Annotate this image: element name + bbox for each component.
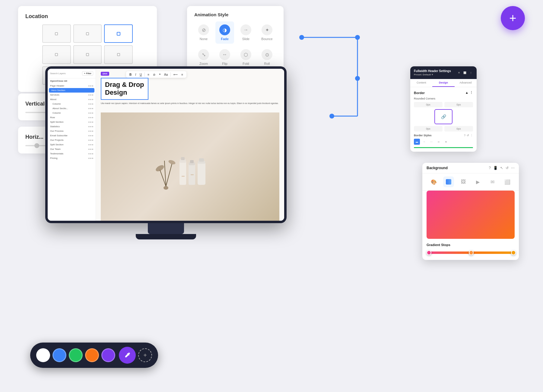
expand-icon[interactable]: ⬜ (463, 71, 467, 75)
sidebar-item-statistics[interactable]: Statistics (48, 124, 96, 129)
sidebar-item-our-team[interactable]: Our Team (48, 147, 96, 151)
sidebar-item-split-section-1[interactable]: Split Section (48, 120, 96, 124)
sidebar-item-page-header[interactable]: Page Header (48, 84, 96, 88)
border-style-dotted[interactable]: ⋯ (428, 139, 434, 145)
bg-type-image[interactable]: 🖼 (458, 176, 469, 187)
loc-cell-tc[interactable] (73, 24, 102, 43)
loc-cell-tl[interactable] (42, 24, 71, 43)
filter-button[interactable]: + Filter (82, 71, 93, 76)
corner-bottom-right[interactable]: 0px (444, 126, 473, 131)
loc-cell-mr[interactable] (104, 45, 133, 64)
tab-advanced[interactable]: Advanced (455, 79, 477, 87)
more-button[interactable]: ≡ (180, 73, 184, 77)
sidebar-item-our-projects[interactable]: Our Projects (48, 138, 96, 142)
swatch-green[interactable] (69, 348, 83, 362)
corner-top-right[interactable]: 0px (444, 102, 473, 107)
toolbar-separator-1 (144, 72, 145, 77)
gradient-stop-2[interactable] (469, 250, 474, 255)
green-progress-bar (414, 147, 473, 148)
add-button[interactable]: + (501, 6, 525, 30)
gradient-preview (427, 191, 515, 239)
bg-type-color[interactable]: 🎨 (428, 176, 439, 187)
tab-design[interactable]: Design (432, 79, 454, 87)
corner-bottom-left[interactable]: 0px (414, 126, 443, 131)
border-style-double[interactable]: ═ (436, 139, 442, 145)
section-more-icon[interactable]: ⋮ (470, 91, 473, 95)
bg-type-mask[interactable]: ⬜ (502, 176, 513, 187)
anim-flip[interactable]: ↔ Flip (215, 46, 234, 68)
anim-bounce-label: Bounce (261, 37, 272, 41)
anim-bounce[interactable]: ✦ Bounce (258, 21, 276, 44)
border-style-groove[interactable]: ≋ (443, 139, 449, 145)
sidebar-item-column-1[interactable]: Column (48, 102, 96, 106)
sidebar-item-row[interactable]: Row (48, 115, 96, 120)
color-button[interactable]: ⟵ (173, 73, 179, 77)
anim-zoom[interactable]: ⤡ Zoom (194, 46, 213, 68)
svg-rect-17 (181, 157, 185, 160)
gradient-stop-1[interactable] (427, 250, 431, 255)
sidebar-item-testimonials[interactable]: Testimonials (48, 151, 96, 156)
open-close-all[interactable]: Open/Close All (48, 78, 96, 84)
background-panel: Background ? 📱 ↖ ↺ ⋯ 🎨 🖼 ▶ ✉ ⬜ Gradient … (422, 163, 519, 260)
tab-content[interactable]: Content (410, 79, 432, 87)
heading-text-block[interactable]: Drag & DropDesign (101, 78, 148, 100)
corner-grid: 0px 0px 🔗 0px 0px (414, 102, 473, 131)
anim-fold-label: Fold (243, 62, 249, 65)
border-style-dashed[interactable]: ╌ (421, 139, 427, 145)
bg-device-icon[interactable]: 📱 (493, 166, 498, 170)
product-image (148, 140, 232, 194)
font-button[interactable]: Aa (163, 73, 169, 77)
anim-roll[interactable]: ⊙ Roll (258, 46, 276, 68)
loc-cell-tr[interactable] (104, 24, 133, 43)
eyedropper-button[interactable] (119, 347, 136, 364)
italic-button[interactable]: I (134, 73, 137, 77)
border-more-icon[interactable]: ⋮ (470, 134, 473, 137)
gradient-slider[interactable] (427, 250, 515, 256)
border-style-solid[interactable]: ▬ (414, 139, 420, 145)
anim-none[interactable]: ⊘ None (194, 21, 213, 44)
collapse-icon[interactable]: ▲ (465, 91, 468, 95)
bg-type-gradient[interactable] (443, 176, 454, 187)
sidebar-item-hero-section[interactable]: Hero Section (49, 88, 94, 93)
bg-type-video[interactable]: ▶ (472, 176, 483, 187)
more-icon[interactable]: ⋮ (469, 71, 473, 75)
quote-button[interactable]: ❝ (158, 73, 161, 77)
swatch-orange[interactable] (85, 348, 99, 362)
sidebar-item-services[interactable]: Services (48, 93, 96, 97)
corner-top-left[interactable]: 0px (414, 102, 443, 107)
bg-cursor-icon[interactable]: ↖ (500, 166, 503, 170)
search-layers-input[interactable]: Search Layers (50, 72, 66, 75)
sidebar-item-pricing[interactable]: Pricing (48, 156, 96, 160)
anim-slide[interactable]: → Slide (237, 21, 255, 44)
swatch-blue[interactable] (52, 348, 66, 362)
settings-panel-title: Fullwidth Header Settings (414, 69, 451, 73)
horizontal-slider-thumb[interactable] (34, 143, 39, 148)
anim-fold[interactable]: ⬡ Fold (237, 46, 255, 68)
loc-cell-ml[interactable] (42, 45, 71, 64)
settings-tabs: Content Design Advanced (410, 79, 477, 87)
swatch-white[interactable] (36, 348, 50, 362)
close-icon[interactable]: ✕ (457, 71, 461, 75)
gradient-stop-3[interactable] (511, 250, 516, 255)
strikethrough-button[interactable]: ⊘ (152, 73, 156, 77)
bg-reset-icon[interactable]: ↺ (506, 166, 509, 170)
border-reset-icon[interactable]: ↺ (467, 134, 469, 137)
sidebar-item-column-2[interactable]: Column (48, 111, 96, 115)
add-color-button[interactable]: + (138, 348, 152, 362)
svg-rect-20 (190, 160, 194, 163)
sidebar-item-about[interactable]: About (48, 97, 96, 102)
swatch-purple[interactable] (101, 348, 115, 362)
border-help-icon[interactable]: ? (464, 134, 465, 137)
bg-help-icon[interactable]: ? (489, 166, 491, 170)
sidebar-item-split-section-2[interactable]: Split Section (48, 142, 96, 147)
anim-fade[interactable]: ◑ Fade (215, 21, 234, 44)
sidebar-item-email-subscribe[interactable]: Email Subscribe (48, 133, 96, 138)
sidebar-item-about-section[interactable]: About Sectio... (48, 106, 96, 111)
underline-button[interactable]: U (139, 73, 143, 77)
align-button[interactable]: ≡ (147, 73, 150, 77)
bold-button[interactable]: B (129, 73, 132, 77)
sidebar-item-our-process[interactable]: Our Process (48, 129, 96, 133)
bg-type-pattern[interactable]: ✉ (487, 176, 498, 187)
loc-cell-mc[interactable] (73, 45, 102, 64)
bg-more-icon[interactable]: ⋯ (511, 166, 515, 170)
